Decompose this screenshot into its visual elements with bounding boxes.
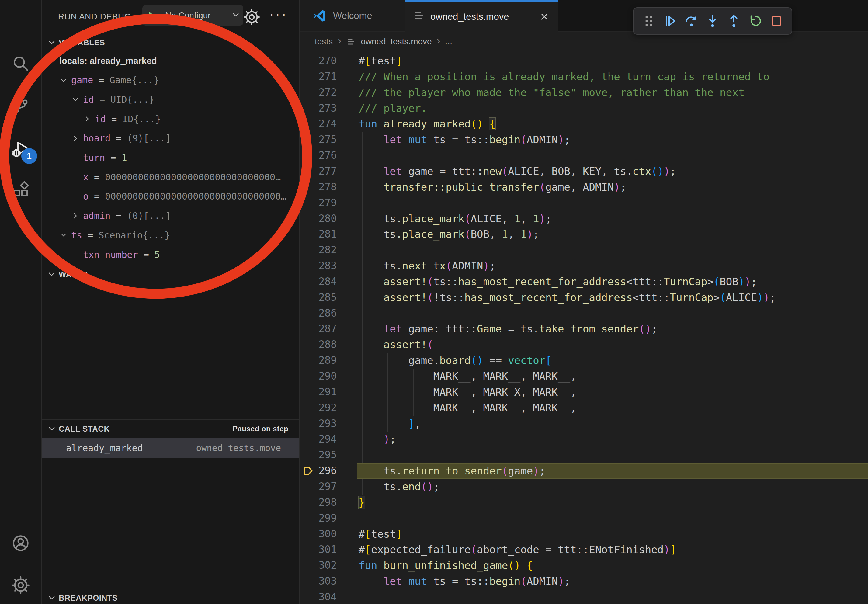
code-line[interactable]: 293 ], [299, 416, 868, 432]
activity-item-search[interactable] [9, 51, 33, 76]
line-number[interactable]: 298 [299, 494, 337, 510]
line-number[interactable]: 304 [299, 589, 337, 604]
line-number[interactable]: 279 [299, 195, 337, 211]
tab-label[interactable]: owned_tests.move [430, 11, 509, 22]
call-stack-frame[interactable]: already_markedowned_tests.move [42, 438, 299, 458]
code-line[interactable]: 275 let mut ts = ts::begin(ADMIN); [299, 132, 868, 147]
step-into-button[interactable] [705, 13, 721, 29]
code-line[interactable]: 284 assert!(ts::has_most_recent_for_addr… [299, 274, 868, 290]
step-over-button[interactable] [684, 13, 699, 29]
line-number[interactable]: 283 [299, 258, 337, 274]
debug-config-dropdown[interactable]: No Configur [142, 5, 243, 26]
call-stack-section-header[interactable]: CALL STACK Paused on step [42, 420, 299, 437]
tab-label[interactable]: Welcome [333, 10, 372, 21]
step-out-button[interactable] [726, 13, 742, 29]
line-number[interactable]: 281 [299, 226, 337, 242]
variable-row[interactable]: id = ID{...} [42, 109, 299, 129]
variable-row[interactable]: x = 0000000000000000000000000000000… [42, 167, 299, 187]
continue-button[interactable] [662, 13, 678, 29]
line-number[interactable]: 285 [299, 290, 337, 305]
code-line[interactable]: 301#[expected_failure(abort_code = ttt::… [299, 542, 868, 558]
code-line[interactable]: 285 assert!(!ts::has_most_recent_for_add… [299, 290, 868, 305]
line-number[interactable]: 271 [299, 69, 337, 85]
chevron-right-icon[interactable] [83, 115, 95, 123]
scope-row[interactable]: locals: already_marked [42, 51, 299, 71]
code-line[interactable]: 289 game.board() == vector[ [299, 353, 868, 368]
activity-item-run-and-debug[interactable]: 1 [9, 137, 33, 161]
line-number[interactable]: 272 [299, 85, 337, 101]
code-line[interactable]: 298} [299, 494, 868, 510]
code-line[interactable]: 286 [299, 305, 868, 321]
line-number[interactable]: 278 [299, 179, 337, 195]
code-line[interactable]: 297 ts.end(); [299, 479, 868, 494]
code-line[interactable]: 294 ); [299, 431, 868, 447]
start-debug-icon[interactable] [142, 10, 160, 21]
config-dropdown-label[interactable]: No Configur [165, 11, 211, 20]
chevron-down-icon[interactable] [231, 10, 240, 21]
close-icon[interactable] [539, 12, 550, 22]
code-line[interactable]: 288 assert!( [299, 337, 868, 353]
line-number[interactable]: 273 [299, 101, 337, 116]
code-line[interactable]: 280 ts.place_mark(ALICE, 1, 1); [299, 211, 868, 226]
code-line[interactable]: 283 ts.next_tx(ADMIN); [299, 258, 868, 274]
breadcrumb-symbol[interactable]: ... [445, 37, 452, 46]
variable-row[interactable]: o = 00000000000000000000000000000000… [42, 187, 299, 206]
chevron-right-icon[interactable] [71, 134, 83, 142]
code-line[interactable]: 292 MARK__, MARK__, MARK__, [299, 400, 868, 416]
watch-section-header[interactable]: WATCH [42, 266, 299, 283]
breadcrumb-folder[interactable]: tests [315, 37, 333, 46]
variables-section-header[interactable]: VARIABLES [42, 34, 299, 51]
code-line[interactable]: 296 ts.return_to_sender(game); [299, 463, 868, 479]
line-number[interactable]: 287 [299, 321, 337, 337]
code-line[interactable]: 279 [299, 195, 868, 211]
line-number[interactable]: 299 [299, 510, 337, 526]
code-line[interactable]: 272/// the player who made the "false" m… [299, 85, 868, 101]
gear-icon[interactable] [243, 8, 260, 26]
line-number[interactable]: 292 [299, 400, 337, 416]
code-line[interactable]: 282 [299, 242, 868, 258]
more-actions-icon[interactable]: ··· [269, 5, 288, 22]
activity-item-source-control[interactable] [9, 93, 33, 117]
line-number[interactable]: 277 [299, 163, 337, 179]
code-line[interactable]: 304 [299, 589, 868, 604]
line-number[interactable]: 286 [299, 305, 337, 321]
line-number[interactable]: 280 [299, 211, 337, 226]
tab-owned-tests-move[interactable]: owned_tests.move [405, 0, 558, 32]
code-line[interactable]: 281 ts.place_mark(BOB, 1, 1); [299, 226, 868, 242]
line-number[interactable]: 288 [299, 337, 337, 353]
code-line[interactable]: 287 let game: ttt::Game = ts.take_from_s… [299, 321, 868, 337]
code-line[interactable]: 277 let game = ttt::new(ALICE, BOB, KEY,… [299, 163, 868, 179]
stop-button[interactable] [769, 13, 784, 29]
code-line[interactable]: 291 MARK__, MARK_X, MARK__, [299, 384, 868, 400]
restart-button[interactable] [747, 13, 763, 29]
chevron-down-icon[interactable] [71, 95, 83, 104]
line-number[interactable]: 303 [299, 573, 337, 589]
variable-row[interactable]: game = Game{...} [42, 71, 299, 90]
line-number[interactable]: 289 [299, 353, 337, 368]
chevron-right-icon[interactable] [71, 212, 83, 220]
variable-row[interactable]: txn_number = 5 [42, 245, 299, 264]
line-number[interactable]: 295 [299, 447, 337, 463]
line-number[interactable]: 290 [299, 368, 337, 384]
line-number[interactable]: 291 [299, 384, 337, 400]
line-number[interactable]: 293 [299, 416, 337, 432]
code-line[interactable]: 271/// When a position is already marked… [299, 69, 868, 85]
chevron-down-icon[interactable] [48, 57, 59, 65]
drag-handle-button[interactable] [641, 13, 657, 29]
line-number[interactable]: 284 [299, 274, 337, 290]
line-number[interactable]: 275 [299, 132, 337, 147]
line-number[interactable]: 297 [299, 479, 337, 494]
variable-row[interactable]: id = UID{...} [42, 90, 299, 109]
line-number[interactable]: 282 [299, 242, 337, 258]
variable-row[interactable]: ts = Scenario{...} [42, 225, 299, 245]
line-number[interactable]: 270 [299, 53, 337, 69]
code-line[interactable]: 290 MARK__, MARK__, MARK__, [299, 368, 868, 384]
breadcrumb-file[interactable]: owned_tests.move [361, 37, 432, 46]
activity-item-explorer[interactable] [9, 9, 33, 33]
code-line[interactable]: 299 [299, 510, 868, 526]
line-number[interactable]: 294 [299, 431, 337, 447]
variable-row[interactable]: admin = (0)[...] [42, 206, 299, 226]
code-line[interactable]: 276 [299, 147, 868, 163]
line-number[interactable]: 301 [299, 542, 337, 558]
activity-item-settings[interactable] [9, 573, 33, 597]
